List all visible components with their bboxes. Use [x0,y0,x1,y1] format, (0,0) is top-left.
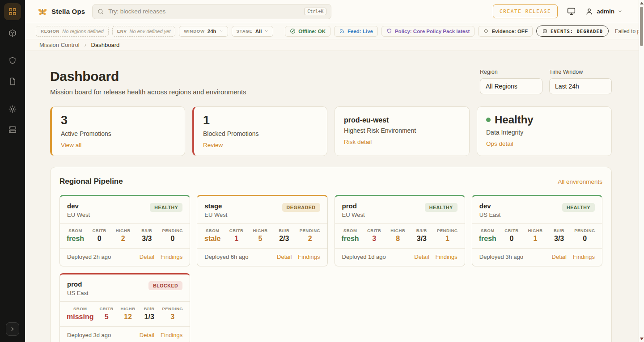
metric-label: HIGHR [527,228,544,233]
pipeline-title: Regional Pipeline [59,177,123,186]
metric-label: PENDING [300,228,321,233]
deployed-time: Deployed 6h ago [204,253,248,260]
detail-link[interactable]: Detail [414,253,429,260]
evidence-status-chip[interactable]: Evidence: OFF [478,26,533,37]
top-bar: Stella Ops Ctrl+K CREATE RELEASE [25,0,644,23]
dashboard-grid-icon [8,7,17,16]
metrics-row: SBOMstale CRITR1 HIGHR5 B/I/R2/3 PENDING… [197,223,327,249]
context-bar: REGION No regions defined ENV No env def… [25,23,644,39]
detail-link[interactable]: Detail [552,253,567,260]
breadcrumb-current: Dashboard [91,42,120,48]
display-mode-button[interactable] [567,7,576,16]
feed-status-chip[interactable]: Feed: Live [334,26,378,37]
findings-link[interactable]: Findings [161,253,182,260]
metric-value: 1/3 [141,313,158,321]
metric-value: 8 [390,235,407,243]
time-window-filter-select[interactable]: Last 24h [549,78,612,94]
findings-link[interactable]: Findings [573,253,595,260]
offline-status-chip[interactable]: Offline: OK [285,26,330,37]
metric-label: PENDING [162,228,183,233]
sidebar-item-infrastructure[interactable] [4,122,21,137]
package-icon [8,29,17,38]
status-badge: DEGRADED [282,203,320,212]
chevron-down-icon [264,29,268,33]
sidebar-item-security[interactable] [4,53,21,68]
scrollbar-thumb[interactable] [640,7,643,46]
user-name: admin [597,8,614,15]
findings-link[interactable]: Findings [436,253,458,260]
environment-name: dev [67,202,90,210]
metric-value: 1 [228,235,245,243]
user-menu[interactable]: admin [585,7,623,16]
metric-value: 0 [162,235,183,243]
page-filters: Region All Regions Time Window Last 24h [480,69,612,94]
metric-value: 2 [114,235,131,243]
metric-label: CRITR [91,228,108,233]
window-chip-value: 24h [208,29,216,34]
environment-region: US East [479,211,501,218]
review-link[interactable]: Review [203,142,223,148]
vertical-scrollbar[interactable] [639,0,644,342]
environment-name: stage [204,202,227,210]
sidebar-item-settings[interactable] [4,101,21,117]
metric-label: B/I/R [551,228,568,233]
chevron-down-icon [219,29,223,33]
metric-critr: CRITR3 [366,228,383,243]
metric-label: PENDING [574,228,595,233]
environment-region: EU West [67,211,90,218]
create-release-button[interactable]: CREATE RELEASE [493,4,558,18]
region-context-chip[interactable]: REGION No regions defined [36,26,109,37]
top-right-actions: CREATE RELEASE admin [493,4,623,18]
region-filter-select[interactable]: All Regions [480,78,542,94]
metric-pending: PENDING0 [162,228,183,243]
search-input[interactable] [108,8,300,15]
events-status-chip[interactable]: EVENTS: DEGRADED [536,25,609,37]
risk-detail-link[interactable]: Risk detail [344,139,372,145]
sidebar-expand-button[interactable] [6,322,19,336]
detail-link[interactable]: Detail [277,253,292,260]
sidebar-item-documents[interactable] [4,74,21,89]
detail-link[interactable]: Detail [140,253,154,260]
stat-value: prod-eu-west [344,114,460,124]
metric-bir: B/I/R3/3 [138,228,155,243]
stat-cards-row: 3 Active Promotions View all 1 Blocked P… [50,106,612,156]
main-column: Stella Ops Ctrl+K CREATE RELEASE [25,0,644,342]
window-dropdown-chip[interactable]: WINDOW 24h [179,26,228,37]
metric-value: 0 [503,235,520,243]
metrics-row: SBOMmissing CRITR5 HIGHR12 B/I/R1/3 PEND… [60,301,190,327]
metric-label: SBOM [342,228,359,233]
environment-name: prod [342,202,365,210]
environment-region: EU West [342,211,365,218]
metric-label: SBOM [479,228,496,233]
policy-status-chip[interactable]: Policy: Core Policy Pack latest [381,26,475,37]
metric-label: CRITR [366,228,383,233]
metric-sbom: SBOMstale [204,228,221,243]
search-bar[interactable]: Ctrl+K [92,4,331,19]
metric-value: 2 [300,235,321,243]
detail-link[interactable]: Detail [140,332,154,338]
metric-label: B/I/R [141,306,158,311]
all-environments-link[interactable]: All environments [558,178,602,185]
breadcrumb-parent[interactable]: Mission Control [39,42,80,48]
brand[interactable]: Stella Ops [38,7,85,17]
page-subtitle: Mission board for release health across … [50,88,246,96]
findings-link[interactable]: Findings [161,332,182,338]
stage-dropdown-chip[interactable]: STAGE All [232,26,274,37]
ops-detail-link[interactable]: Ops detail [486,140,513,147]
environment-name: dev [479,202,501,210]
metric-value: 3/3 [138,235,155,243]
metric-critr: CRITR5 [98,306,115,321]
metrics-row: SBOMfresh CRITR3 HIGHR8 B/I/R3/3 PENDING… [335,223,465,249]
findings-link[interactable]: Findings [298,253,320,260]
sidebar-item-releases[interactable] [4,25,21,41]
env-context-chip[interactable]: ENV No env defined yet [112,26,176,37]
environment-name: prod [67,280,89,288]
chevron-right-icon [9,326,16,332]
document-icon [8,77,17,86]
scroll-down-arrow[interactable] [640,338,644,340]
sidebar-item-dashboard[interactable] [4,3,21,20]
view-all-link[interactable]: View all [61,142,81,148]
stage-chip-label: STAGE [237,29,253,34]
scroll-up-arrow[interactable] [640,2,644,4]
metric-value: fresh [479,235,496,243]
